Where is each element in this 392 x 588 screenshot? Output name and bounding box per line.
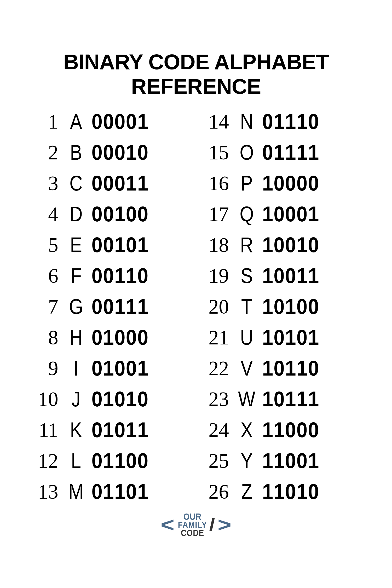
table-row: 19 S 10011 bbox=[198, 260, 364, 291]
row-binary: 01000 bbox=[89, 325, 185, 350]
logo-word-code: CODE bbox=[181, 529, 204, 537]
row-binary: 00001 bbox=[89, 109, 185, 134]
row-number: 19 bbox=[198, 264, 234, 287]
row-letter: P bbox=[236, 171, 258, 195]
row-letter: D bbox=[65, 202, 87, 226]
alphabet-columns: 1 A 00001 2 B 00010 3 C 00011 4 D 00100 … bbox=[28, 106, 364, 507]
table-row: 14 N 01110 bbox=[198, 106, 364, 137]
row-letter: C bbox=[65, 171, 87, 195]
row-binary: 01010 bbox=[89, 387, 185, 411]
row-number: 11 bbox=[28, 418, 63, 442]
table-row: 4 D 00100 bbox=[28, 199, 194, 229]
row-binary: 00110 bbox=[89, 263, 185, 288]
row-binary: 10100 bbox=[260, 294, 356, 319]
row-letter: Y bbox=[236, 448, 258, 473]
row-number: 20 bbox=[198, 295, 234, 318]
row-letter: J bbox=[65, 387, 87, 411]
row-number: 8 bbox=[28, 326, 63, 349]
row-letter: L bbox=[65, 448, 87, 473]
row-number: 18 bbox=[198, 233, 234, 257]
table-row: 15 O 01111 bbox=[198, 137, 364, 168]
row-number: 15 bbox=[198, 141, 234, 164]
row-number: 5 bbox=[28, 233, 63, 257]
row-letter: E bbox=[65, 233, 87, 257]
row-letter: A bbox=[65, 109, 87, 134]
row-binary: 00101 bbox=[89, 233, 185, 257]
row-letter: K bbox=[65, 418, 87, 442]
row-letter: M bbox=[65, 479, 87, 504]
table-row: 12 L 01100 bbox=[28, 445, 194, 476]
row-binary: 11010 bbox=[260, 479, 356, 504]
row-binary: 10011 bbox=[260, 263, 356, 288]
row-binary: 11000 bbox=[260, 418, 356, 442]
row-binary: 01110 bbox=[260, 109, 356, 134]
row-binary: 00111 bbox=[89, 294, 185, 319]
table-row: 18 R 10010 bbox=[198, 229, 364, 260]
table-row: 24 X 11000 bbox=[198, 414, 364, 445]
row-number: 21 bbox=[198, 326, 234, 349]
row-letter: N bbox=[236, 109, 258, 134]
row-binary: 10001 bbox=[260, 202, 356, 226]
row-number: 2 bbox=[28, 141, 63, 164]
row-letter: S bbox=[236, 263, 258, 288]
row-letter: V bbox=[236, 356, 258, 381]
row-letter: G bbox=[65, 294, 87, 319]
row-binary: 11001 bbox=[260, 448, 356, 473]
row-number: 7 bbox=[28, 295, 63, 318]
row-binary: 10110 bbox=[260, 356, 356, 381]
row-number: 14 bbox=[198, 110, 234, 133]
row-letter: Z bbox=[236, 479, 258, 504]
table-row: 16 P 10000 bbox=[198, 168, 364, 199]
row-binary: 10010 bbox=[260, 233, 356, 257]
logo-text: OUR FAMILY CODE bbox=[175, 513, 210, 537]
row-binary: 01011 bbox=[89, 418, 185, 442]
row-letter: U bbox=[236, 325, 258, 350]
row-letter: F bbox=[65, 263, 87, 288]
table-row: 11 K 01011 bbox=[28, 414, 194, 445]
left-column: 1 A 00001 2 B 00010 3 C 00011 4 D 00100 … bbox=[28, 106, 194, 507]
row-number: 24 bbox=[198, 418, 234, 442]
row-binary: 10101 bbox=[260, 325, 356, 350]
row-binary: 01101 bbox=[89, 479, 185, 504]
row-letter: O bbox=[236, 140, 258, 165]
table-row: 23 W 10111 bbox=[198, 384, 364, 414]
row-binary: 00100 bbox=[89, 202, 185, 226]
row-binary: 10000 bbox=[260, 171, 356, 195]
angle-bracket-close-icon: > bbox=[218, 515, 232, 535]
table-row: 20 T 10100 bbox=[198, 291, 364, 322]
row-number: 26 bbox=[198, 480, 234, 503]
row-letter: T bbox=[236, 294, 258, 319]
row-number: 4 bbox=[28, 202, 63, 226]
row-binary: 00010 bbox=[89, 140, 185, 165]
row-number: 12 bbox=[28, 449, 63, 472]
table-row: 10 J 01010 bbox=[28, 384, 194, 414]
row-letter: R bbox=[236, 233, 258, 257]
row-number: 10 bbox=[28, 387, 63, 411]
row-letter: I bbox=[65, 356, 87, 381]
row-number: 17 bbox=[198, 202, 234, 226]
row-letter: X bbox=[236, 418, 258, 442]
row-letter: H bbox=[65, 325, 87, 350]
row-number: 16 bbox=[198, 171, 234, 195]
table-row: 8 H 01000 bbox=[28, 322, 194, 353]
row-binary: 01001 bbox=[89, 356, 185, 381]
right-column: 14 N 01110 15 O 01111 16 P 10000 17 Q 10… bbox=[198, 106, 364, 507]
row-binary: 00011 bbox=[89, 171, 185, 195]
row-number: 9 bbox=[28, 356, 63, 380]
page-title: BINARY CODE ALPHABET REFERENCE bbox=[0, 50, 392, 99]
row-number: 23 bbox=[198, 387, 234, 411]
row-number: 3 bbox=[28, 171, 63, 195]
table-row: 5 E 00101 bbox=[28, 229, 194, 260]
table-row: 6 F 00110 bbox=[28, 260, 194, 291]
row-number: 22 bbox=[198, 356, 234, 380]
table-row: 22 V 10110 bbox=[198, 353, 364, 384]
row-binary: 01111 bbox=[260, 140, 356, 165]
table-row: 2 B 00010 bbox=[28, 137, 194, 168]
row-binary: 10111 bbox=[260, 387, 356, 411]
row-number: 6 bbox=[28, 264, 63, 287]
row-binary: 01100 bbox=[89, 448, 185, 473]
table-row: 7 G 00111 bbox=[28, 291, 194, 322]
row-letter: B bbox=[65, 140, 87, 165]
table-row: 9 I 01001 bbox=[28, 353, 194, 384]
table-row: 3 C 00011 bbox=[28, 168, 194, 199]
